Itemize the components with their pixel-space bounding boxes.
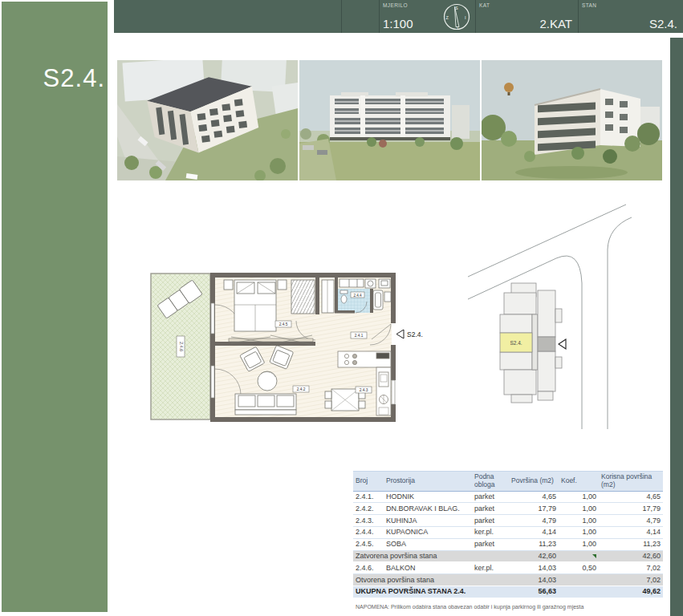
table-row: 2.4.4. KUPAONICA ker.pl. 4,14 1,00 4,14	[353, 526, 663, 538]
main-building	[330, 92, 450, 140]
stan-label: STAN	[582, 2, 596, 8]
comment-flag-icon	[592, 554, 596, 558]
site-unit-label: S2.4.	[510, 340, 522, 346]
floor-plan-drawing: 2.4.6 2.4.4	[148, 263, 425, 438]
perspective-render-illustration	[482, 60, 662, 180]
balcony-area: 2.4.6	[151, 274, 210, 419]
col-prostorija: Prostorija	[384, 472, 472, 492]
building-photo-elevation	[299, 60, 480, 180]
kat-value: 2.KAT	[539, 17, 572, 30]
building-photo-aerial	[117, 60, 298, 180]
site-entrance-arrow	[559, 339, 566, 349]
napomena-note: NAPOMENA: Prilikom odabira stana obaveza…	[356, 604, 583, 610]
table-row: 2.4.2. DN.BORAVAK I BLAG. parket 17,79 1…	[353, 503, 663, 515]
bathroom-area: 2.4.4	[338, 289, 370, 313]
balcony-label: 2.4.6	[179, 342, 184, 351]
title-bar: MJERILO 1:100 S I J Z KAT 2.KAT STAN S2.…	[114, 0, 683, 33]
building-photo-perspective	[482, 60, 662, 180]
elevation-render-illustration	[299, 60, 480, 180]
col-koef: Koef.	[559, 472, 599, 492]
bathroom-label: 2.4.4	[353, 294, 362, 298]
open-area-summary-row: Otvorena površina stana 14,03 7,02	[353, 574, 663, 586]
hallway-label: 2.4.1	[355, 334, 364, 338]
kat-cell: KAT 2.KAT	[475, 0, 578, 33]
site-plan-drawing: S2.4.	[461, 197, 670, 433]
col-broj: Broj	[353, 472, 384, 492]
entrance-marker: S2.4.	[396, 330, 423, 338]
sidebar-unit-label: S2.4.	[43, 64, 105, 93]
apartment-datasheet-page: S2.4. MJERILO 1:100 S I J Z KAT 2.KAT ST…	[0, 0, 683, 616]
col-povrsina: Površina (m2)	[509, 472, 559, 492]
table-row: 2.4.1. HODNIK parket 4,65 1,00 4,65	[353, 491, 663, 503]
svg-text:I: I	[465, 15, 466, 20]
total-row: UKUPNA POVRŠINA STANA 2.4. 56,63 49,62	[353, 586, 663, 597]
table-row: 2.4.5. SOBA parket 11,23 1,00 11,23	[353, 538, 663, 550]
bedroom-label: 2.4.5	[279, 322, 288, 326]
hot-air-balloon	[504, 83, 514, 92]
entrance-corridor	[538, 337, 555, 351]
mjerilo-label: MJERILO	[383, 2, 408, 8]
svg-text:S: S	[455, 6, 458, 10]
stan-cell: STAN S2.4.	[578, 0, 683, 33]
table-row-balkon: 2.4.6. BALKON ker.pl. 14,03 0,50 7,02	[353, 562, 663, 574]
compass-icon: S I J Z	[441, 2, 472, 33]
living-label: 2.4.2	[297, 387, 306, 391]
kat-label: KAT	[479, 2, 490, 8]
col-obloga: Podna obloga	[472, 472, 509, 492]
sidebar-unit-panel: S2.4.	[2, 2, 108, 612]
col-korisna: Korisna površina (m2)	[599, 472, 663, 492]
entrance-label: S2.4.	[407, 330, 423, 338]
closed-area-summary-row: Zatvorena površina stana 42,60 42,60	[353, 550, 663, 562]
titlebar-divider	[341, 0, 342, 33]
stan-value: S2.4.	[649, 17, 677, 30]
svg-text:J: J	[456, 26, 458, 30]
kitchen-label: 2.4.3	[360, 388, 368, 392]
mjerilo-value: 1:100	[383, 17, 413, 30]
table-header-row: Broj Prostorija Podna obloga Površina (m…	[353, 472, 663, 492]
right-edge-strip	[670, 38, 683, 616]
aerial-render-illustration	[117, 60, 298, 180]
svg-text:Z: Z	[446, 15, 449, 20]
table-row: 2.4.3. KUHINJA parket 4,79 1,00 4,79	[353, 515, 663, 527]
area-table: Broj Prostorija Podna obloga Površina (m…	[353, 471, 663, 598]
